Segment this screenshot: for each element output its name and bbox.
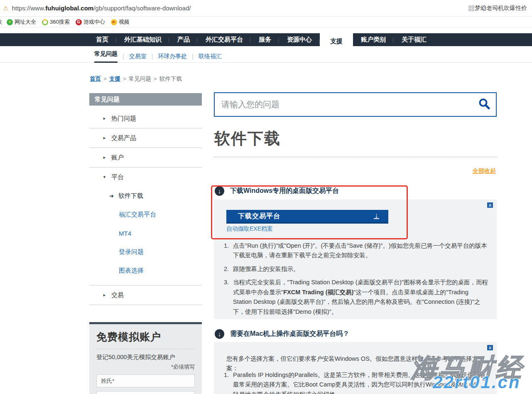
list-item: Parallels IP Holdings的Parallels。这是第三方软件，…	[230, 370, 488, 394]
sidebar-child-mt4[interactable]: MT4	[89, 224, 202, 243]
circle-down-arrow-icon: ↓	[215, 329, 224, 339]
faq2-title: 需要在Mac机上操作桌面版交易平台吗？	[230, 330, 349, 338]
broken-image-icon[interactable]: X	[487, 345, 493, 350]
nav-item-account-types[interactable]: 账户类别	[353, 33, 394, 46]
chevron-right-icon: ►	[103, 293, 106, 297]
list-item: 点击"Run (执行)"或"Open (开)"。(不要点击"Save (储存)"…	[230, 241, 488, 261]
search-input[interactable]	[215, 93, 473, 116]
sidebar-item-trading[interactable]: ► 交易	[89, 286, 202, 305]
sidebar-item-hot-questions[interactable]: ► 热门问题	[89, 109, 202, 128]
main-navigation: 首页 外汇基础知识 产品 外汇交易平台 服务 资源中心 支援 账户类别 关于福汇	[0, 33, 532, 46]
last-name-field[interactable]	[96, 374, 195, 387]
bookmark-wangzhi[interactable]: + 网址大全	[7, 18, 36, 26]
circle-down-arrow-icon: ↓	[215, 186, 224, 196]
subnav-divider: |	[123, 53, 124, 60]
sidebar-child-chart-selection[interactable]: 图表选择	[89, 261, 202, 280]
chevron-right-icon: ►	[103, 155, 106, 160]
video-icon: ▶	[111, 19, 117, 25]
nav-item-forex-basics[interactable]: 外汇基础知识	[116, 33, 169, 46]
breadcrumb-faq: 常见问题	[129, 76, 151, 82]
demo-form-subtitle: 登记50,000美元模拟交易账户	[96, 353, 195, 361]
dashed-divider	[96, 349, 195, 349]
faq2-panel: X 您有多个选择方案，但它们要求客户安装Windows OS。假如您愿意这样做，…	[214, 342, 497, 394]
nav-item-support-active[interactable]: 支援	[320, 33, 353, 49]
subnav-divider: |	[192, 53, 194, 60]
breadcrumb-support[interactable]: 支援	[109, 76, 120, 82]
sidebar-item-account[interactable]: ► 账户	[89, 148, 202, 167]
search-icon	[478, 98, 490, 111]
faq-sidebar: 常见问题 ► 热门问题 ► 交易产品 ► 账户 ▼ 平台 ➔ 软件下载 福汇交易…	[89, 93, 202, 305]
faq1-header[interactable]: ↓ 下载Windows专用的桌面版交易平台	[214, 186, 497, 196]
sidebar-child-software-download-active[interactable]: ➔ 软件下载	[89, 187, 202, 205]
faq1-title: 下载Windows专用的桌面版交易平台	[230, 187, 339, 195]
360-ring-icon	[42, 19, 48, 25]
first-name-field[interactable]	[96, 391, 195, 394]
exe-download-link[interactable]: 自动撷取EXE档案	[226, 225, 273, 233]
nav-item-products[interactable]: 产品	[169, 33, 198, 46]
sidebar-child-login-issues[interactable]: 登录问题	[89, 243, 202, 261]
subnav-divider: |	[152, 53, 153, 60]
main-content: 软件下载 全部收起 ↓ 下载Windows专用的桌面版交易平台 X 下载交易平台…	[214, 0, 497, 394]
demo-form-title: 免费模拟账户	[96, 330, 195, 344]
free-demo-account-panel: 免费模拟账户 登记50,000美元模拟交易账户 *必须填写	[89, 322, 202, 394]
subnav-trading-room[interactable]: 交易室	[129, 53, 147, 60]
chevron-down-icon: ▼	[103, 175, 106, 179]
dotted-divider	[214, 157, 497, 157]
bookmark-game-center[interactable]: G 游戏中心	[76, 18, 105, 26]
breadcrumb-home[interactable]: 首页	[90, 76, 101, 82]
arrow-right-icon: ➔	[109, 193, 114, 199]
game-center-icon: G	[76, 19, 82, 25]
url-text[interactable]: https://www.fuhuiglobal.com/gb/support/f…	[12, 5, 191, 12]
nav-item-home[interactable]: 首页	[88, 33, 116, 46]
sidebar-item-platform-expanded[interactable]: ▼ 平台	[89, 167, 202, 187]
nav-item-services[interactable]: 服务	[251, 33, 279, 46]
install-steps-list: 点击"Run (执行)"或"Open (开)"。(不要点击"Save (储存)"…	[230, 241, 488, 320]
list-item: 跟随萤幕上的安装指示。	[230, 264, 488, 274]
collapse-all-link[interactable]: 全部收起	[473, 167, 496, 175]
download-platform-button[interactable]: 下载交易平台 ↓	[226, 210, 388, 224]
search-button[interactable]	[473, 93, 496, 116]
nav-item-trading-platforms[interactable]: 外汇交易平台	[198, 33, 251, 46]
question-search-box	[214, 92, 497, 117]
faq2-header[interactable]: ↓ 需要在Mac机上操作桌面版交易平台吗？	[214, 329, 497, 339]
sidebar-divider	[89, 305, 202, 305]
download-icon: ↓	[375, 211, 378, 220]
subnav-global-offices[interactable]: 环球办事处	[158, 53, 187, 60]
subnav-faq[interactable]: 常见问题	[94, 50, 118, 63]
list-item: 当程式完全安装后，"Trading Station Desktop (桌面版交易…	[230, 278, 488, 317]
sidebar-header: 常见问题	[89, 93, 202, 106]
green-plus-icon: +	[7, 19, 13, 25]
nav-item-about[interactable]: 关于福汇	[394, 33, 434, 46]
sidebar-item-trading-products[interactable]: ► 交易产品	[89, 128, 202, 148]
chevron-right-icon: ►	[103, 116, 106, 121]
breadcrumb: 首页>支援>常见问题>软件下载	[90, 75, 182, 83]
sidebar-child-fxcm-platform[interactable]: 福汇交易平台	[89, 205, 202, 224]
broken-image-icon[interactable]: X	[487, 202, 493, 208]
required-note: *必须填写	[96, 363, 195, 371]
bookmark-360search[interactable]: 360搜索	[42, 18, 70, 26]
nav-item-resources[interactable]: 资源中心	[279, 33, 320, 46]
ssl-warning-icon: ⚠	[3, 5, 8, 11]
page-title: 软件下载	[214, 128, 281, 149]
breadcrumb-current: 软件下载	[159, 76, 182, 82]
faq1-panel: X 下载交易平台 ↓ 自动撷取EXE档案 点击"Run (执行)"或"Open …	[214, 199, 497, 319]
mac-options-list: Parallels IP Holdings的Parallels。这是第三方软件，…	[230, 370, 488, 394]
chevron-right-icon: ►	[103, 136, 106, 140]
bookmark-video[interactable]: ▶ 视频	[111, 18, 130, 26]
clipped-bookmark-label[interactable]: 款	[0, 18, 3, 26]
